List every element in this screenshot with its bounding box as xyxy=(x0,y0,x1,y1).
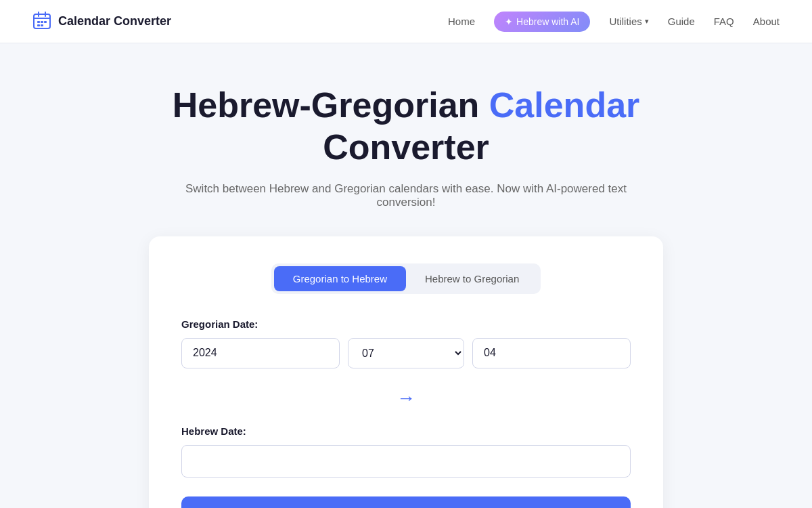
hero-title: Hebrew-Gregorian Calendar Converter xyxy=(173,84,640,169)
svg-rect-6 xyxy=(44,21,47,23)
logo: Calendar Converter xyxy=(32,11,171,33)
nav-home[interactable]: Home xyxy=(448,16,475,27)
converter-card: Gregorian to Hebrew Hebrew to Gregorian … xyxy=(149,236,663,508)
date-inputs-row: 01 02 03 04 05 06 07 08 09 10 11 12 xyxy=(181,338,631,368)
arrow-right-icon: → xyxy=(397,387,415,409)
svg-rect-7 xyxy=(37,24,40,26)
convert-button[interactable]: ⇄ Convert xyxy=(181,496,631,508)
svg-rect-8 xyxy=(41,24,43,26)
tab-hebrew-to-gregorian[interactable]: Hebrew to Gregorian xyxy=(406,266,538,291)
calendar-icon xyxy=(32,11,51,33)
main-content: Hebrew-Gregorian Calendar Converter Swit… xyxy=(0,43,812,508)
hebrew-date-label: Hebrew Date: xyxy=(181,425,631,437)
tab-gregorian-to-hebrew[interactable]: Gregorian to Hebrew xyxy=(274,266,406,291)
navigation: Home ✦ Hebrew with AI Utilities ▾ Guide … xyxy=(448,12,780,32)
arrow-container: → xyxy=(181,387,631,409)
month-select[interactable]: 01 02 03 04 05 06 07 08 09 10 11 12 xyxy=(348,338,464,368)
sparkle-icon: ✦ xyxy=(505,16,513,27)
day-input[interactable] xyxy=(472,338,631,368)
svg-rect-4 xyxy=(37,21,40,23)
hero-subtitle: Switch between Hebrew and Gregorian cale… xyxy=(176,182,636,209)
nav-hebrew-ai-button[interactable]: ✦ Hebrew with AI xyxy=(494,12,590,32)
svg-rect-5 xyxy=(41,21,43,23)
tab-container: Gregorian to Hebrew Hebrew to Gregorian xyxy=(271,263,541,294)
nav-guide[interactable]: Guide xyxy=(668,16,695,27)
logo-title: Calendar Converter xyxy=(58,14,171,28)
hebrew-date-output[interactable] xyxy=(181,445,631,478)
header: Calendar Converter Home ✦ Hebrew with AI… xyxy=(0,0,812,43)
gregorian-date-label: Gregorian Date: xyxy=(181,318,631,330)
nav-about[interactable]: About xyxy=(753,16,780,27)
nav-utilities-dropdown[interactable]: Utilities ▾ xyxy=(609,16,648,27)
year-input[interactable] xyxy=(181,338,340,368)
nav-faq[interactable]: FAQ xyxy=(714,16,734,27)
chevron-down-icon: ▾ xyxy=(645,17,649,26)
